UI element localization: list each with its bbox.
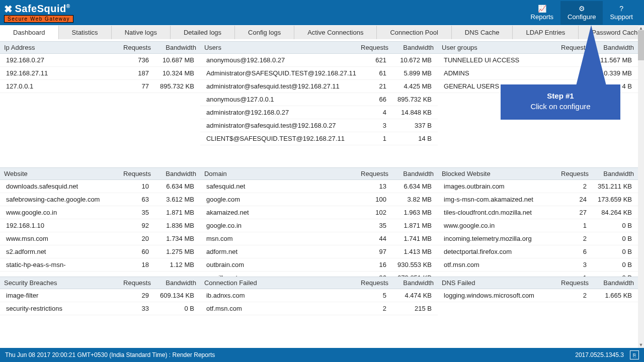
col-requests: Requests xyxy=(111,44,151,51)
tab-active-connections[interactable]: Active Connections xyxy=(294,26,377,39)
cell-requests: 44 xyxy=(356,235,386,242)
cell-bandwidth: 4.425 MB xyxy=(386,82,432,90)
scroll-down-icon[interactable]: ▼ xyxy=(638,342,644,348)
table-row[interactable]: 192.168.0.2773610.687 MB xyxy=(0,54,200,67)
col-bandwidth: Bandwidth xyxy=(589,279,634,287)
table-row[interactable]: safesquid.net136.634 MB xyxy=(200,180,438,193)
table-row[interactable]: detectportal.firefox.com60 B xyxy=(438,245,638,258)
table-row[interactable]: msn.com441.741 MB xyxy=(200,232,438,245)
table-row[interactable]: ib.adnxs.com54.474 KB xyxy=(200,289,438,302)
col-bandwidth: Bandwidth xyxy=(589,170,634,177)
table-row[interactable]: tiles-cloudfront.cdn.mozilla.net2784.264… xyxy=(438,206,638,219)
cell-name: administrator@safesquid.test@192.168.27.… xyxy=(206,82,356,90)
table-row[interactable]: google.com1003.82 MB xyxy=(200,193,438,206)
cell-bandwidth: 0 B xyxy=(587,222,632,229)
cell-bandwidth: 84.264 KB xyxy=(587,209,632,216)
table-row[interactable]: images.outbrain.com2351.211 KB xyxy=(438,180,638,193)
col-requests: Requests xyxy=(548,170,589,177)
table-row[interactable]: security-restrictions330 B xyxy=(0,302,200,315)
table-row[interactable]: otf.msn.com30 B xyxy=(438,258,638,272)
cell-bandwidth: 895.732 KB xyxy=(386,96,432,103)
table-row[interactable]: img-s-msn-com.akamaized.net24173.659 KB xyxy=(438,193,638,206)
table-row[interactable]: administrator@192.168.0.27414.848 KB xyxy=(200,106,438,119)
tab-statistics[interactable]: Statistics xyxy=(59,26,112,39)
cell-bandwidth: 895.732 KB xyxy=(149,82,194,90)
table-row[interactable]: logging.windows.microsoft.com21.665 KB xyxy=(438,289,638,302)
cell-requests: 20 xyxy=(119,235,149,242)
cell-requests: 21 xyxy=(356,82,386,90)
cell-name: 127.0.0.1 xyxy=(6,82,119,90)
callout-arrow-icon xyxy=(576,25,606,85)
table-row[interactable]: administrator@safesquid.test@192.168.27.… xyxy=(200,80,438,93)
cell-bandwidth: 10.687 MB xyxy=(149,56,194,64)
pdf-icon[interactable]: ⎘ xyxy=(630,350,639,359)
col-bandwidth: Bandwidth xyxy=(388,170,434,177)
cell-bandwidth: 1.734 MB xyxy=(149,235,194,242)
cell-bandwidth: 1.871 MB xyxy=(149,209,194,216)
tab-connection-pool[interactable]: Connection Pool xyxy=(377,26,451,39)
table-row[interactable]: google.co.in351.871 MB xyxy=(200,219,438,232)
table-row[interactable]: akamaized.net1021.963 MB xyxy=(200,206,438,219)
tab-native-logs[interactable]: Native logs xyxy=(112,26,171,39)
cell-requests: 18 xyxy=(119,261,149,268)
tutorial-callout: Step #1 Click on configure xyxy=(501,25,620,120)
table-row[interactable]: adform.net971.413 MB xyxy=(200,245,438,258)
cell-requests: 3 xyxy=(356,122,386,129)
cell-name: msn.com xyxy=(206,235,356,242)
table-row[interactable]: image-filter29609.134 KB xyxy=(0,289,200,302)
table-row[interactable]: www.google.co.in351.871 MB xyxy=(0,206,200,219)
col-bandwidth: Bandwidth xyxy=(151,170,196,177)
nav-configure[interactable]: ⚙ Configure xyxy=(560,1,603,25)
page-scrollbar[interactable]: ▲ ▼ xyxy=(638,25,644,348)
table-row[interactable]: s2.adform.net601.275 MB xyxy=(0,245,200,258)
table-row[interactable]: incoming.telemetry.mozilla.org20 B xyxy=(438,232,638,245)
cell-name: anonymous@192.168.0.27 xyxy=(206,56,356,64)
cell-bandwidth: 10.324 MB xyxy=(149,69,194,77)
tab-dashboard[interactable]: Dashboard xyxy=(0,26,59,39)
col-requests: Requests xyxy=(548,279,589,287)
nav-support-label: Support xyxy=(610,13,633,21)
tab-detailed-logs[interactable]: Detailed logs xyxy=(171,26,235,39)
table-row[interactable]: 192.168.1.10921.836 MB xyxy=(0,219,200,232)
table-row[interactable]: anonymous@192.168.0.2762110.672 MB xyxy=(200,54,438,67)
table-row[interactable]: downloads.safesquid.net106.634 MB xyxy=(0,180,200,193)
cell-requests: 2 xyxy=(556,292,587,299)
col-bandwidth: Bandwidth xyxy=(388,279,434,287)
tab-config-logs[interactable]: Config logs xyxy=(235,26,294,39)
panel-connfail: Connection FailedRequestsBandwidth ib.ad… xyxy=(200,277,438,312)
cell-requests: 13 xyxy=(356,183,386,190)
scroll-thumb[interactable] xyxy=(638,30,644,60)
table-row[interactable]: administrator@safesquid.test@192.168.0.2… xyxy=(200,119,438,132)
cell-name: google.com xyxy=(206,196,356,203)
status-text: Thu Jun 08 2017 20:00:21 GMT+0530 (India… xyxy=(5,351,215,358)
col-users: Users xyxy=(204,44,348,51)
wrench-icon: ✖ xyxy=(4,3,13,15)
col-bandwidth: Bandwidth xyxy=(151,279,196,287)
table-row[interactable]: Administrator@SAFESQUID.TEST@192.168.27.… xyxy=(200,67,438,80)
table-row[interactable]: outbrain.com16930.553 KB xyxy=(200,258,438,272)
table-row[interactable]: safebrowsing-cache.google.com633.612 MB xyxy=(0,193,200,206)
panel-dnsfail: DNS FailedRequestsBandwidth logging.wind… xyxy=(438,277,638,312)
cell-requests: 1 xyxy=(556,222,587,229)
table-row[interactable]: CLIENT$@SAFESQUID.TEST@192.168.27.11114 … xyxy=(200,132,438,145)
col-requests: Requests xyxy=(111,170,151,177)
callout-title: Step #1 xyxy=(506,92,615,100)
cell-name: CLIENT$@SAFESQUID.TEST@192.168.27.11 xyxy=(206,135,356,142)
table-row[interactable]: 192.168.27.1118710.324 MB xyxy=(0,67,200,80)
app-header: ✖ SafeSquid® Secure Web Gateway 📈 Report… xyxy=(0,0,644,25)
nav-support[interactable]: ? Support xyxy=(603,1,640,25)
table-row[interactable]: www.google.co.in10 B xyxy=(438,219,638,232)
cell-name: safesquid.net xyxy=(206,183,356,190)
nav-reports[interactable]: 📈 Reports xyxy=(524,1,561,25)
cell-requests: 63 xyxy=(119,196,149,203)
table-row[interactable]: anonymous@127.0.0.166895.732 KB xyxy=(200,93,438,106)
table-row[interactable]: otf.msn.com2215 B xyxy=(200,302,438,315)
cell-requests: 736 xyxy=(119,56,149,64)
cell-name: s2.adform.net xyxy=(6,248,119,255)
table-row[interactable]: 127.0.0.177895.732 KB xyxy=(0,80,200,93)
panel-blocked: Blocked WebsiteRequestsBandwidth images.… xyxy=(438,167,638,277)
table-row[interactable]: www.msn.com201.734 MB xyxy=(0,232,200,245)
cell-bandwidth: 215 B xyxy=(386,305,432,312)
cell-name: www.google.co.in xyxy=(6,209,119,216)
table-row[interactable]: static-hp-eas-s-msn-181.12 MB xyxy=(0,258,200,272)
